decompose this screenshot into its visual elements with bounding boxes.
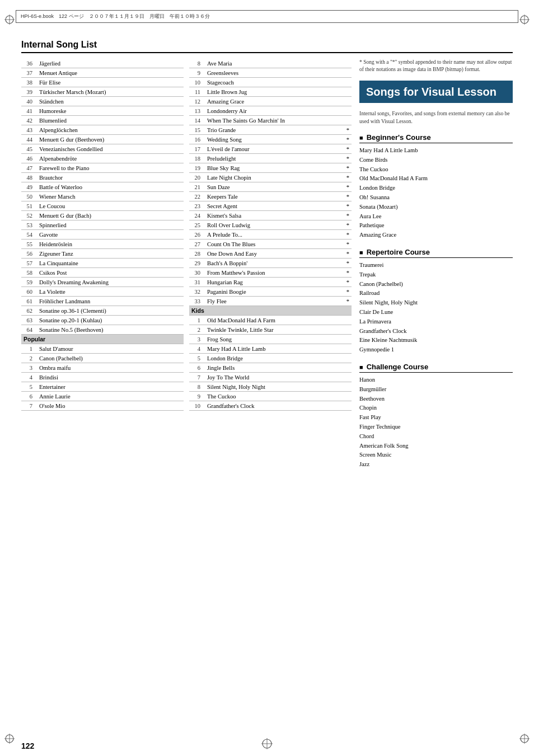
list-item: 5London Bridge xyxy=(189,354,352,363)
song-name: Stagecoach xyxy=(205,78,344,87)
list-item: 11Little Brown Jug xyxy=(189,87,352,97)
song-star: * xyxy=(344,230,352,240)
columns-wrapper: 36Jägerlied37Menuet Antique38Für Elise39… xyxy=(21,59,513,477)
song-name: Jingle Bells xyxy=(205,363,344,373)
list-item: 36Jägerlied xyxy=(21,59,184,68)
song-name: Le Coucou xyxy=(37,201,177,211)
list-item: Gymnopedie 1 xyxy=(359,345,513,355)
song-star xyxy=(177,144,184,154)
song-name: Amazing Grace xyxy=(205,97,344,106)
list-item: Silent Night, Holy Night xyxy=(359,298,513,308)
song-num: 3 xyxy=(21,363,37,373)
song-num: 20 xyxy=(189,173,205,182)
song-star xyxy=(177,68,184,78)
section-header-popular: Popular xyxy=(21,335,184,344)
song-name: Roll Over Ludwig xyxy=(205,220,344,230)
song-name: Ave Maria xyxy=(205,59,344,68)
beginners-course-title: Beginner's Course xyxy=(359,133,513,143)
song-num: 17 xyxy=(189,144,205,154)
page-title: Internal Song List xyxy=(21,40,513,53)
song-num: 57 xyxy=(21,259,37,268)
song-star: * xyxy=(344,201,352,211)
song-num: 31 xyxy=(189,278,205,287)
song-star xyxy=(177,173,184,182)
song-num: 33 xyxy=(189,297,205,306)
song-star xyxy=(177,106,184,116)
list-item: 44Menuett G dur (Beethoven) xyxy=(21,135,184,144)
song-star: * xyxy=(344,154,352,163)
song-num: 56 xyxy=(21,249,37,259)
song-star: * xyxy=(344,211,352,220)
mid-column: 8Ave Maria9Greensleeves10Stagecoach11Lit… xyxy=(189,59,352,411)
list-item: 43Alpenglöckchen xyxy=(21,125,184,135)
list-item: 21Sun Daze* xyxy=(189,182,352,192)
song-num: 19 xyxy=(189,163,205,173)
list-item: 50Wiener Marsch xyxy=(21,192,184,201)
song-star xyxy=(177,259,184,268)
list-item: Old MacDonald Had A Farm xyxy=(359,174,513,184)
song-star xyxy=(177,297,184,306)
song-name: Hungarian Rag xyxy=(205,278,344,287)
song-name: Greensleeves xyxy=(205,68,344,78)
mid-song-table: 8Ave Maria9Greensleeves10Stagecoach11Lit… xyxy=(189,59,352,411)
list-item: 30From Matthew's Passion* xyxy=(189,268,352,278)
list-item: Come Birds xyxy=(359,156,513,165)
song-num: 37 xyxy=(21,68,37,78)
song-num: 14 xyxy=(189,116,205,125)
song-name: Little Brown Jug xyxy=(205,87,344,97)
song-star xyxy=(177,401,184,411)
list-item: 16Wedding Song* xyxy=(189,135,352,144)
song-num: 5 xyxy=(21,382,37,392)
song-num: 64 xyxy=(21,325,37,335)
song-num: 8 xyxy=(189,382,205,392)
song-name: Joy To The World xyxy=(205,373,344,382)
song-star xyxy=(177,163,184,173)
song-star xyxy=(344,59,352,68)
song-star: * xyxy=(344,240,352,249)
list-item: 64Sonatine No.5 (Beethoven) xyxy=(21,325,184,335)
list-item: 27Count On The Blues* xyxy=(189,240,352,249)
list-item: 47Farewell to the Piano xyxy=(21,163,184,173)
song-num: 30 xyxy=(189,268,205,278)
list-item: 23Secret Agent* xyxy=(189,201,352,211)
list-item: 42Blumenlied xyxy=(21,116,184,125)
song-name: La Violette xyxy=(37,287,177,297)
song-name: Frog Song xyxy=(205,335,344,344)
list-item: 10Grandfather's Clock xyxy=(189,401,352,411)
list-item: Canon (Pachelbel) xyxy=(359,280,513,289)
song-star xyxy=(177,287,184,297)
song-star xyxy=(177,240,184,249)
song-star: * xyxy=(344,259,352,268)
list-item: Aura Lee xyxy=(359,212,513,222)
song-num: 4 xyxy=(21,373,37,382)
song-star xyxy=(344,78,352,87)
footnote-text: * Song with a "*" symbol appended to the… xyxy=(359,59,513,74)
list-item: Mary Had A Little Lamb xyxy=(359,146,513,156)
song-name: The Cuckoo xyxy=(205,392,344,401)
song-num: 10 xyxy=(189,78,205,87)
corner-mark-bl xyxy=(4,734,15,744)
song-star xyxy=(177,306,184,316)
list-item: Burgmüller xyxy=(359,385,513,395)
song-name: Count On The Blues xyxy=(205,240,344,249)
song-name: Sonatine op.36-1 (Clementi) xyxy=(37,306,177,316)
song-star xyxy=(344,354,352,363)
song-name: Zigeuner Tanz xyxy=(37,249,177,259)
song-name: London Bridge xyxy=(205,354,344,363)
visual-lesson-desc: Internal songs, Favorites, and songs fro… xyxy=(359,110,513,126)
song-name: From Matthew's Passion xyxy=(205,268,344,278)
song-num: 51 xyxy=(21,201,37,211)
list-item: 59Dolly's Dreaming Awakening xyxy=(21,278,184,287)
song-name: Paganini Boogie xyxy=(205,287,344,297)
list-item: Beethoven xyxy=(359,395,513,404)
song-name: Silent Night, Holy Night xyxy=(205,382,344,392)
song-name: Bach's A Boppin' xyxy=(205,259,344,268)
song-num: 61 xyxy=(21,297,37,306)
list-item: Screen Music xyxy=(359,450,513,460)
list-item: 6Annie Laurie xyxy=(21,392,184,401)
challenge-course-title: Challenge Course xyxy=(359,363,513,373)
list-item: 2Twinkle Twinkle, Little Star xyxy=(189,325,352,335)
song-num: 25 xyxy=(189,220,205,230)
list-item: 4Brindisi xyxy=(21,373,184,382)
list-item: Trepak xyxy=(359,270,513,280)
